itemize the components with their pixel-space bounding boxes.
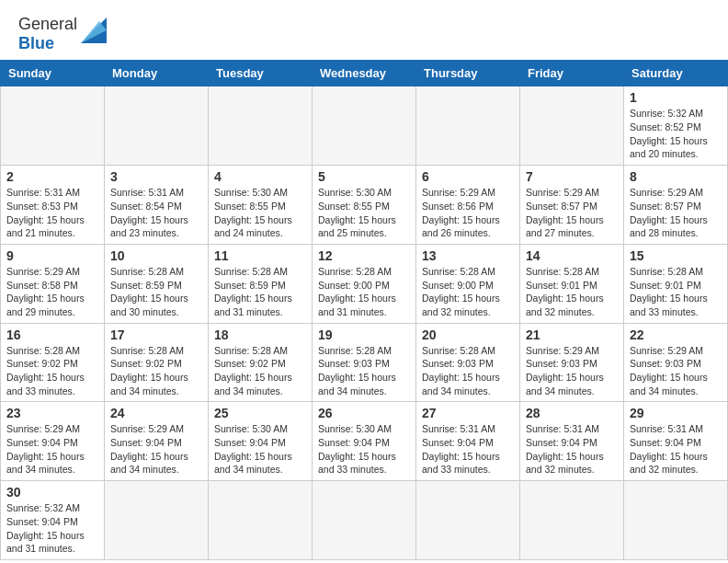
calendar-week-row: 16Sunrise: 5:28 AM Sunset: 9:02 PM Dayli… [1, 323, 728, 402]
calendar-week-row: 2Sunrise: 5:31 AM Sunset: 8:53 PM Daylig… [1, 166, 728, 245]
calendar-day-cell: 25Sunrise: 5:30 AM Sunset: 9:04 PM Dayli… [209, 402, 313, 481]
calendar-day-cell: 27Sunrise: 5:31 AM Sunset: 9:04 PM Dayli… [416, 402, 520, 481]
calendar-day-cell: 11Sunrise: 5:28 AM Sunset: 8:59 PM Dayli… [209, 244, 313, 323]
logo-general-text: General [18, 15, 77, 33]
day-number: 8 [630, 169, 722, 184]
day-info: Sunrise: 5:30 AM Sunset: 9:04 PM Dayligh… [214, 422, 306, 477]
day-info: Sunrise: 5:28 AM Sunset: 9:00 PM Dayligh… [318, 265, 410, 319]
calendar-day-cell: 15Sunrise: 5:28 AM Sunset: 9:01 PM Dayli… [624, 244, 728, 323]
day-info: Sunrise: 5:32 AM Sunset: 8:52 PM Dayligh… [630, 107, 722, 161]
day-number: 30 [6, 485, 98, 500]
logo-blue-text: Blue [18, 34, 54, 52]
calendar-day-cell: 17Sunrise: 5:28 AM Sunset: 9:02 PM Dayli… [105, 323, 209, 402]
calendar-day-cell: 30Sunrise: 5:32 AM Sunset: 9:04 PM Dayli… [1, 481, 105, 560]
calendar-week-row: 30Sunrise: 5:32 AM Sunset: 9:04 PM Dayli… [1, 481, 728, 560]
calendar-day-cell: 1Sunrise: 5:32 AM Sunset: 8:52 PM Daylig… [624, 86, 728, 166]
calendar-day-cell: 9Sunrise: 5:29 AM Sunset: 8:58 PM Daylig… [1, 244, 105, 323]
day-info: Sunrise: 5:30 AM Sunset: 8:55 PM Dayligh… [214, 186, 306, 240]
calendar-day-cell [1, 86, 105, 166]
day-info: Sunrise: 5:28 AM Sunset: 9:03 PM Dayligh… [318, 344, 410, 398]
calendar-day-cell: 5Sunrise: 5:30 AM Sunset: 8:55 PM Daylig… [313, 166, 416, 245]
day-number: 22 [630, 327, 722, 342]
day-number: 12 [318, 248, 410, 263]
day-info: Sunrise: 5:28 AM Sunset: 9:01 PM Dayligh… [630, 265, 722, 319]
calendar-day-cell: 26Sunrise: 5:30 AM Sunset: 9:04 PM Dayli… [313, 402, 416, 481]
calendar-day-cell: 12Sunrise: 5:28 AM Sunset: 9:00 PM Dayli… [313, 244, 416, 323]
calendar-day-cell [520, 481, 624, 560]
weekday-header-tuesday: Tuesday [209, 61, 313, 86]
calendar-day-cell: 4Sunrise: 5:30 AM Sunset: 8:55 PM Daylig… [209, 166, 313, 245]
day-info: Sunrise: 5:29 AM Sunset: 9:04 PM Dayligh… [6, 422, 98, 477]
weekday-header-sunday: Sunday [1, 61, 105, 86]
calendar-day-cell: 22Sunrise: 5:29 AM Sunset: 9:03 PM Dayli… [624, 323, 728, 402]
page-header: General Blue [0, 0, 728, 60]
day-number: 20 [422, 327, 514, 342]
calendar-day-cell [209, 86, 313, 166]
calendar-week-row: 9Sunrise: 5:29 AM Sunset: 8:58 PM Daylig… [1, 244, 728, 323]
calendar-day-cell: 21Sunrise: 5:29 AM Sunset: 9:03 PM Dayli… [520, 323, 624, 402]
day-info: Sunrise: 5:28 AM Sunset: 9:02 PM Dayligh… [6, 344, 98, 398]
day-number: 10 [110, 248, 202, 263]
day-number: 16 [6, 327, 98, 342]
weekday-header-friday: Friday [520, 61, 624, 86]
day-info: Sunrise: 5:29 AM Sunset: 8:57 PM Dayligh… [526, 186, 618, 240]
day-info: Sunrise: 5:29 AM Sunset: 9:03 PM Dayligh… [630, 344, 722, 398]
logo-container: General Blue [18, 15, 107, 52]
calendar-day-cell [105, 86, 209, 166]
calendar-day-cell [313, 86, 416, 166]
day-number: 28 [526, 406, 618, 420]
calendar-day-cell [520, 86, 624, 166]
day-info: Sunrise: 5:31 AM Sunset: 8:54 PM Dayligh… [110, 186, 202, 240]
day-number: 27 [422, 406, 514, 420]
calendar-day-cell [624, 481, 728, 560]
calendar-header-row: SundayMondayTuesdayWednesdayThursdayFrid… [1, 61, 728, 86]
day-info: Sunrise: 5:31 AM Sunset: 9:04 PM Dayligh… [422, 422, 514, 477]
day-number: 18 [214, 327, 306, 342]
day-info: Sunrise: 5:28 AM Sunset: 9:02 PM Dayligh… [214, 344, 306, 398]
day-info: Sunrise: 5:30 AM Sunset: 8:55 PM Dayligh… [318, 186, 410, 240]
day-number: 6 [422, 169, 514, 184]
day-number: 2 [6, 169, 98, 184]
calendar-day-cell [416, 86, 520, 166]
day-info: Sunrise: 5:28 AM Sunset: 8:59 PM Dayligh… [214, 265, 306, 319]
day-info: Sunrise: 5:29 AM Sunset: 8:58 PM Dayligh… [6, 265, 98, 319]
calendar-day-cell [416, 481, 520, 560]
calendar-table: SundayMondayTuesdayWednesdayThursdayFrid… [0, 60, 728, 560]
day-info: Sunrise: 5:29 AM Sunset: 9:04 PM Dayligh… [110, 422, 202, 477]
day-info: Sunrise: 5:31 AM Sunset: 9:04 PM Dayligh… [630, 422, 722, 477]
logo-text-block: General Blue [18, 15, 77, 52]
day-number: 25 [214, 406, 306, 420]
day-number: 21 [526, 327, 618, 342]
day-number: 13 [422, 248, 514, 263]
calendar-day-cell: 20Sunrise: 5:28 AM Sunset: 9:03 PM Dayli… [416, 323, 520, 402]
day-number: 11 [214, 248, 306, 263]
calendar-day-cell: 16Sunrise: 5:28 AM Sunset: 9:02 PM Dayli… [1, 323, 105, 402]
calendar-day-cell: 23Sunrise: 5:29 AM Sunset: 9:04 PM Dayli… [1, 402, 105, 481]
day-number: 9 [6, 248, 98, 263]
weekday-header-wednesday: Wednesday [313, 61, 416, 86]
day-info: Sunrise: 5:28 AM Sunset: 9:01 PM Dayligh… [526, 265, 618, 319]
day-info: Sunrise: 5:28 AM Sunset: 9:02 PM Dayligh… [110, 344, 202, 398]
day-info: Sunrise: 5:29 AM Sunset: 9:03 PM Dayligh… [526, 344, 618, 398]
calendar-day-cell [105, 481, 209, 560]
day-info: Sunrise: 5:29 AM Sunset: 8:57 PM Dayligh… [630, 186, 722, 240]
weekday-header-monday: Monday [105, 61, 209, 86]
calendar-day-cell: 2Sunrise: 5:31 AM Sunset: 8:53 PM Daylig… [1, 166, 105, 245]
day-info: Sunrise: 5:31 AM Sunset: 9:04 PM Dayligh… [526, 422, 618, 477]
calendar-week-row: 1Sunrise: 5:32 AM Sunset: 8:52 PM Daylig… [1, 86, 728, 166]
calendar-day-cell: 29Sunrise: 5:31 AM Sunset: 9:04 PM Dayli… [624, 402, 728, 481]
calendar-day-cell: 3Sunrise: 5:31 AM Sunset: 8:54 PM Daylig… [105, 166, 209, 245]
calendar-day-cell: 28Sunrise: 5:31 AM Sunset: 9:04 PM Dayli… [520, 402, 624, 481]
day-info: Sunrise: 5:32 AM Sunset: 9:04 PM Dayligh… [6, 501, 98, 556]
day-number: 1 [630, 90, 722, 105]
day-info: Sunrise: 5:28 AM Sunset: 9:00 PM Dayligh… [422, 265, 514, 319]
calendar-day-cell [209, 481, 313, 560]
calendar-day-cell: 10Sunrise: 5:28 AM Sunset: 8:59 PM Dayli… [105, 244, 209, 323]
calendar-day-cell: 19Sunrise: 5:28 AM Sunset: 9:03 PM Dayli… [313, 323, 416, 402]
day-number: 5 [318, 169, 410, 184]
day-info: Sunrise: 5:28 AM Sunset: 9:03 PM Dayligh… [422, 344, 514, 398]
day-number: 23 [6, 406, 98, 420]
day-number: 19 [318, 327, 410, 342]
logo: General Blue [18, 15, 107, 52]
day-number: 29 [630, 406, 722, 420]
